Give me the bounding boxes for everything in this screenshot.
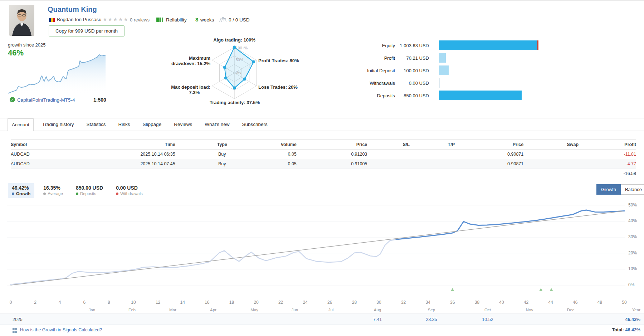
summary-label-deposits: Deposits [333,93,395,98]
x-axis-month-label: Jun [292,308,298,312]
tab-subscribers[interactable]: Subscribers [238,118,272,131]
x-axis-week-label: 18 [229,300,234,305]
stat-label-text: Growth [16,191,30,196]
stat-label-text: Average [48,191,63,196]
radar-axis-label-line: Profit Trades: 80% [258,58,337,63]
x-axis-week-label: 22 [278,300,283,305]
table-cell [523,159,579,169]
column-header-price: Price [455,140,523,150]
table-cell: AUDCAD [11,159,92,169]
y-axis-label: 40% [628,218,644,223]
year-label: 2025 [13,317,23,322]
chart-mode-switch: Growth Balance [596,184,644,195]
x-axis-month-label: Aug [374,308,381,312]
x-axis-week-label: 16 [205,300,209,305]
page-top-border [0,0,644,1]
summary-bar [439,40,538,50]
table-cell: 2025.10.14 07:45 [92,159,175,169]
table-cell: 0.90871 [455,159,523,169]
tab-risks[interactable]: Risks [114,118,134,131]
balance-mode-button[interactable]: Balance [621,184,644,195]
x-axis-week-label: 40 [499,300,504,305]
growth-help-link[interactable]: How is the Growth in Signals Calculated? [20,327,102,332]
radar-axis-label: Maximumdrawdown: 15.2% [139,55,210,66]
x-axis-week-label: 50 [622,300,626,305]
reliability-bars-icon [156,18,163,22]
column-header-symbol: Symbol [11,140,92,150]
x-axis-week-label: 12 [156,300,160,305]
x-axis-week-label: 2 [34,300,36,305]
radar-axis-label-line: Maximum [139,55,210,61]
summary-value: 70.21 USD [399,55,429,61]
growth-chart [0,199,644,296]
total-value: 46.42% [625,327,640,332]
monthly-growth-value: 10.52 [482,317,493,322]
x-axis-week-label: 20 [254,300,258,305]
reviews-link[interactable]: 0 reviews [130,17,150,23]
table-cell: 0.91005 [297,159,367,169]
summary-label-equity: Equity [333,43,395,48]
x-axis-week-label: 14 [180,300,185,305]
table-cell [410,150,455,159]
table-cell [523,169,579,179]
radar-axis-label: Profit Trades: 80% [258,58,337,63]
table-cell: 0.91203 [297,150,367,159]
column-header-sl: S/L [367,140,410,150]
copy-signal-button[interactable]: Copy for 999 USD per month [49,25,125,36]
tab-trading-history[interactable]: Trading history [38,118,78,131]
radar-axis-label: Algo trading: 100% [190,37,279,43]
stat-label-text: Deposits [80,191,96,196]
growth-dot-icon [12,193,14,195]
growth-since-label: growth since 2025 [8,42,46,48]
tab-account[interactable]: Account [8,118,34,131]
y-axis-label: 50% [628,203,644,208]
table-cell [175,169,269,179]
tab-what-s-new[interactable]: What's new [201,118,233,131]
reliability-label: Reliability [166,17,187,23]
chart-legend-stats: 46.42%Growth16.35%Average850.00 USDDepos… [8,183,147,198]
table-cell [410,169,455,179]
bar-segment [439,65,449,75]
x-axis-month-label: Apr [210,308,216,312]
total-label: Total: [612,327,624,332]
total-profit-cell: -16.58 [579,169,636,179]
radar-axis-label-line: drawdown: 15.2% [139,61,210,66]
broker-account-link[interactable]: CapitalPointTrading-MT5-4 [17,97,75,103]
x-axis-month-label: Jan [89,308,96,312]
bar-end-marker [537,40,538,50]
growth-mode-button[interactable]: Growth [596,184,621,195]
radar-axis-label-line: 7.3% [139,90,210,95]
summary-bar [439,65,449,75]
table-cell [455,169,523,179]
tab-reviews[interactable]: Reviews [170,118,196,131]
summary-value: 100.00 USD [399,68,429,73]
stat-value: 850.00 USD [76,185,103,191]
table-header-row: SymbolTimeTypeVolumePriceS/LT/PPriceSwap… [11,140,636,150]
bar-segment [439,78,440,88]
x-axis-week-label: 24 [303,300,308,305]
x-axis-year-label: Year [632,308,640,312]
author-link[interactable]: Bogdan Ion Puscasu [57,17,102,22]
x-axis-week-label: 8 [108,300,110,305]
tab-slippage[interactable]: Slippage [139,118,166,131]
x-axis-week-label: 4 [59,300,61,305]
stat-value: 0.00 USD [116,185,143,191]
weeks-label: weeks [200,17,214,23]
tab-strip: AccountTrading historyStatisticsRisksSli… [0,118,644,131]
x-axis-week-label: 28 [352,300,357,305]
x-axis-week-label: 42 [524,300,528,305]
x-axis-week-label: 38 [475,300,479,305]
signal-title: Quantum King [48,5,97,14]
table-cell [367,159,410,169]
table-cell [523,150,579,159]
column-header-type: Type [175,140,269,150]
table-cell [92,169,175,179]
x-axis-week-label: 30 [376,300,381,305]
table-cell [367,169,410,179]
open-positions-table: SymbolTimeTypeVolumePriceS/LT/PPriceSwap… [0,139,644,179]
stat-label: Deposits [76,191,103,196]
stat-label: Growth [12,191,30,196]
bar-segment [439,40,537,50]
bar-segment [439,53,446,63]
tab-statistics[interactable]: Statistics [83,118,110,131]
